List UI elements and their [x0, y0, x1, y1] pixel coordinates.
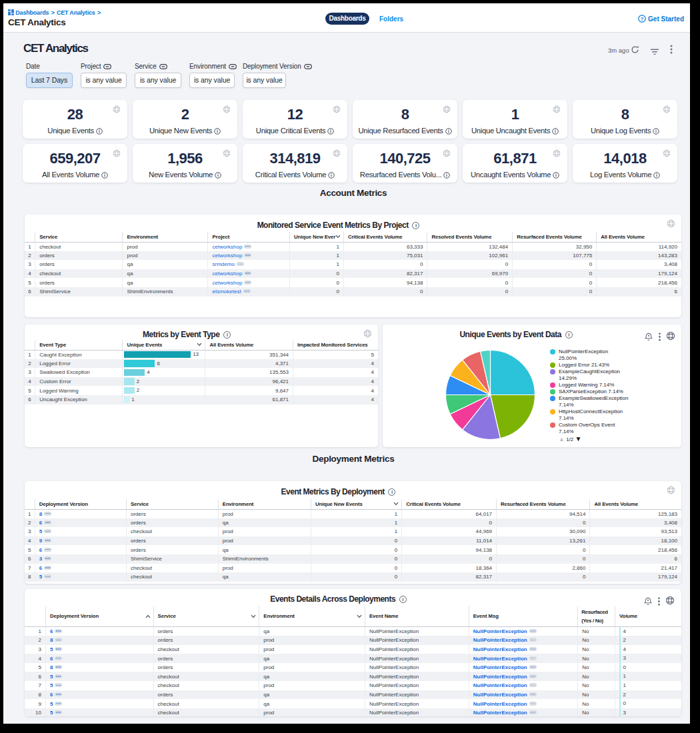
- svg-text:?: ?: [641, 16, 644, 22]
